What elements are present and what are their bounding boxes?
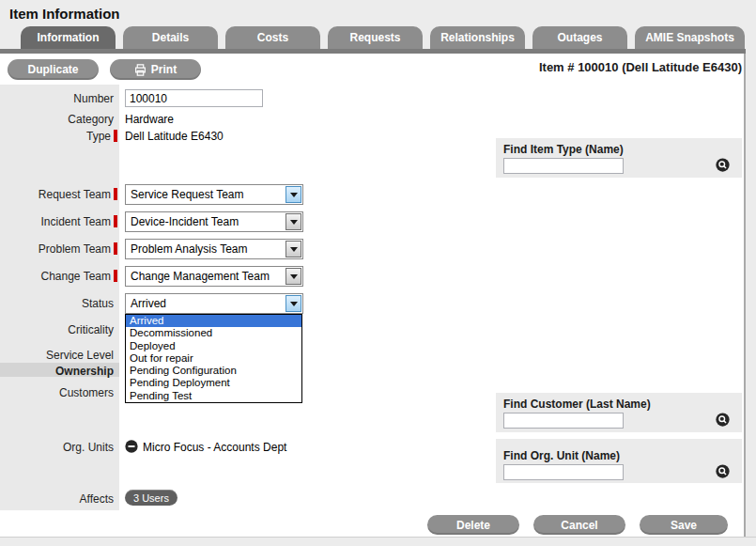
duplicate-button[interactable]: Duplicate	[8, 59, 99, 80]
find-org-unit-input[interactable]	[503, 464, 624, 480]
delete-button-label: Delete	[456, 519, 490, 532]
bottom-page-strip	[0, 537, 756, 546]
type-label: Type	[0, 130, 119, 143]
find-org-unit-label: Find Org. Unit (Name)	[503, 449, 620, 462]
required-marker	[114, 215, 117, 227]
search-icon[interactable]	[716, 158, 730, 172]
find-item-type-label: Find Item Type (Name)	[503, 143, 624, 156]
problem-team-value: Problem Analysis Team	[131, 242, 248, 256]
tab-details[interactable]: Details	[123, 26, 218, 49]
org-units-value: Micro Focus - Accounts Dept	[143, 441, 286, 454]
change-team-label: Change Team	[0, 270, 119, 283]
change-team-value: Change Management Team	[131, 270, 270, 283]
number-input[interactable]	[125, 89, 263, 107]
find-item-type-panel: Find Item Type (Name)	[496, 138, 742, 178]
request-team-value: Service Request Team	[131, 188, 244, 201]
affects-users-badge[interactable]: 3 Users	[125, 490, 177, 506]
status-option[interactable]: Decommissioned	[126, 327, 301, 339]
customers-label: Customers	[0, 386, 119, 399]
find-customer-input[interactable]	[503, 413, 624, 429]
chevron-down-icon[interactable]	[285, 186, 301, 203]
status-option[interactable]: Pending Configuration	[126, 365, 301, 377]
find-customer-label: Find Customer (Last Name)	[503, 398, 651, 411]
required-marker	[114, 270, 117, 282]
required-marker	[114, 188, 117, 200]
delete-button[interactable]: Delete	[427, 515, 519, 535]
status-option[interactable]: Pending Test	[126, 390, 301, 402]
cancel-button[interactable]: Cancel	[533, 515, 625, 535]
request-team-label: Request Team	[0, 188, 119, 201]
number-label: Number	[0, 92, 119, 105]
remove-minus-icon[interactable]	[125, 440, 138, 453]
search-icon[interactable]	[716, 464, 730, 478]
content-right-border	[744, 54, 746, 537]
criticality-label: Criticality	[0, 323, 119, 336]
type-value: Dell Latitude E6430	[125, 130, 224, 143]
status-option[interactable]: Deployed	[126, 340, 301, 352]
incident-team-select[interactable]: Device-Incident Team	[125, 211, 303, 232]
problem-team-select[interactable]: Problem Analysis Team	[125, 239, 303, 259]
tab-outages[interactable]: Outages	[532, 26, 627, 49]
incident-team-value: Device-Incident Team	[131, 215, 239, 228]
org-units-label: Org. Units	[0, 441, 119, 454]
item-reference-title: Item # 100010 (Dell Latitude E6430)	[539, 60, 742, 74]
search-icon[interactable]	[716, 413, 730, 427]
page-title: Item Information	[9, 6, 120, 22]
request-team-select[interactable]: Service Request Team	[125, 184, 303, 205]
status-option[interactable]: Out for repair	[126, 352, 301, 365]
cancel-button-label: Cancel	[561, 519, 597, 532]
service-level-label: Service Level	[0, 349, 119, 362]
category-value: Hardware	[125, 113, 174, 126]
find-org-unit-panel: Find Org. Unit (Name)	[496, 439, 742, 483]
problem-team-label: Problem Team	[0, 242, 119, 256]
incident-team-label: Incident Team	[0, 215, 119, 228]
status-select[interactable]: Arrived	[125, 293, 303, 314]
find-item-type-input[interactable]	[503, 158, 624, 174]
status-option[interactable]: Arrived	[126, 315, 301, 327]
status-label: Status	[0, 297, 119, 310]
status-value: Arrived	[131, 297, 166, 310]
status-option[interactable]: Pending Deployment	[126, 377, 301, 389]
save-button-label: Save	[671, 519, 697, 532]
print-button-label: Print	[151, 63, 177, 76]
item-information-screen: Item Information Information Details Cos…	[0, 0, 756, 546]
tab-costs[interactable]: Costs	[225, 26, 320, 49]
tab-requests[interactable]: Requests	[328, 26, 423, 49]
save-button[interactable]: Save	[640, 515, 728, 535]
tab-strip: Information Details Costs Requests Relat…	[21, 26, 745, 49]
tab-amie-snapshots[interactable]: AMIE Snapshots	[635, 26, 745, 49]
category-label: Category	[0, 113, 119, 126]
chevron-down-icon[interactable]	[285, 295, 301, 312]
change-team-select[interactable]: Change Management Team	[125, 266, 303, 287]
tab-relationships[interactable]: Relationships	[430, 26, 525, 49]
chevron-down-icon[interactable]	[285, 268, 301, 285]
printer-icon	[134, 64, 147, 76]
status-dropdown-list: Arrived Decommissioned Deployed Out for …	[125, 314, 302, 403]
required-marker	[114, 242, 117, 255]
affects-label: Affects	[0, 492, 119, 506]
required-marker	[114, 130, 117, 142]
chevron-down-icon[interactable]	[285, 213, 301, 230]
chevron-down-icon[interactable]	[285, 241, 301, 257]
print-button[interactable]: Print	[110, 59, 201, 80]
find-customer-panel: Find Customer (Last Name)	[496, 393, 742, 432]
ownership-section-header: Ownership	[0, 365, 119, 378]
tab-information[interactable]: Information	[21, 26, 116, 49]
duplicate-button-label: Duplicate	[27, 63, 78, 76]
